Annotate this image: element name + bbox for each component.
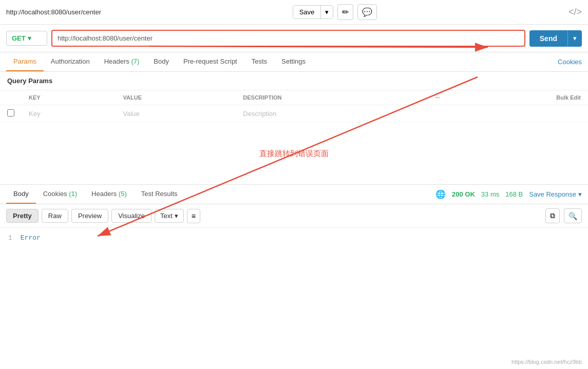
window-title: http://localhost:8080/user/center [6, 8, 101, 16]
resp-tab-body[interactable]: Body [6, 185, 36, 204]
format-type-chevron-icon: ▾ [175, 212, 178, 220]
bulk-edit-header[interactable]: Bulk Edit [447, 90, 588, 105]
save-response-label: Save Response [529, 190, 576, 198]
save-response-chevron-icon: ▾ [578, 190, 582, 198]
param-description-cell[interactable]: Description [236, 105, 428, 123]
fmt-btn-pretty[interactable]: Pretty [6, 209, 39, 223]
url-input[interactable] [51, 30, 525, 47]
line-number: 1 [8, 234, 12, 242]
method-chevron-icon: ▾ [28, 34, 31, 42]
params-table: KEY VALUE DESCRIPTION ··· Bulk Edit Key … [0, 90, 588, 123]
response-section: Body Cookies (1) Headers (5) Test Result… [0, 184, 588, 269]
resp-tab-test-results[interactable]: Test Results [134, 185, 185, 204]
send-button[interactable]: Send [529, 30, 567, 47]
tab-body[interactable]: Body [146, 52, 176, 71]
tab-params[interactable]: Params [6, 52, 44, 71]
top-bar: http://localhost:8080/user/center Save ▾… [0, 0, 588, 25]
method-dropdown[interactable]: GET ▾ [6, 31, 47, 46]
comment-icon-button[interactable]: 💬 [357, 4, 377, 20]
param-checkbox[interactable] [7, 109, 14, 116]
tab-settings[interactable]: Settings [274, 52, 313, 71]
param-more-cell [428, 105, 447, 123]
tab-authorization[interactable]: Authorization [44, 52, 97, 71]
param-key-cell[interactable]: Key [22, 105, 116, 123]
method-label: GET [12, 34, 26, 42]
status-code: 200 OK [452, 190, 475, 198]
param-row-empty: Key Value Description [0, 105, 588, 123]
watermark: https://blog.csdn.net/hcz9bb [511, 359, 582, 365]
save-response-button[interactable]: Save Response ▾ [529, 190, 582, 198]
save-button[interactable]: Save [293, 6, 321, 18]
status-size: 168 B [505, 190, 523, 198]
resp-tab-headers[interactable]: Headers (5) [84, 185, 134, 204]
edit-icon-button[interactable]: ✏ [337, 4, 353, 20]
checkbox-col-header [0, 90, 22, 105]
response-status: 🌐 200 OK 33 ms 168 B Save Response ▾ [435, 189, 582, 199]
close-tag-icon: </> [568, 7, 582, 17]
copy-icon-button[interactable]: ⧉ [545, 208, 560, 223]
send-dropdown-button[interactable]: ▾ [567, 30, 582, 47]
more-options-header: ··· [428, 90, 447, 105]
wrap-lines-icon-button[interactable]: ≡ [187, 209, 200, 223]
key-col-header: KEY [22, 90, 116, 105]
fmt-btn-visualize[interactable]: Visualize [111, 209, 151, 223]
status-time: 33 ms [481, 190, 499, 198]
middle-area: 直接跳转到错误页面 [0, 123, 588, 184]
send-group: Send ▾ [529, 30, 582, 47]
cookies-link[interactable]: Cookies [558, 53, 582, 71]
response-tabs-row: Body Cookies (1) Headers (5) Test Result… [0, 185, 588, 204]
resp-headers-badge: (5) [119, 190, 127, 198]
fmt-btn-raw[interactable]: Raw [42, 209, 68, 223]
param-value-cell[interactable]: Value [116, 105, 236, 123]
save-dropdown-button[interactable]: ▾ [321, 6, 333, 18]
headers-badge: (7) [131, 57, 139, 65]
search-icon-button[interactable]: 🔍 [564, 208, 582, 223]
description-col-header: DESCRIPTION [236, 90, 428, 105]
resp-tab-cookies[interactable]: Cookies (1) [36, 185, 84, 204]
code-area: 1Error [0, 228, 588, 269]
request-tabs-row: Params Authorization Headers (7) Body Pr… [0, 52, 588, 72]
top-bar-actions: Save ▾ ✏ 💬 [293, 4, 377, 20]
format-type-label: Text [160, 212, 173, 220]
query-params-header: Query Params [0, 72, 588, 90]
annotation-text: 直接跳转到错误页面 [259, 149, 329, 159]
tab-headers[interactable]: Headers (7) [97, 52, 147, 71]
format-bar: Pretty Raw Preview Visualize Text ▾ ≡ ⧉ … [0, 204, 588, 228]
param-checkbox-cell [0, 105, 22, 123]
url-bar: GET ▾ Send ▾ [0, 25, 588, 52]
param-bulk-cell [447, 105, 588, 123]
fmt-btn-preview[interactable]: Preview [71, 209, 108, 223]
globe-icon: 🌐 [435, 189, 446, 199]
value-col-header: VALUE [116, 90, 236, 105]
cookies-badge: (1) [69, 190, 77, 198]
format-type-select[interactable]: Text ▾ [155, 209, 184, 223]
tab-tests[interactable]: Tests [244, 52, 274, 71]
error-code-text: Error [21, 234, 41, 242]
tab-pre-request-script[interactable]: Pre-request Script [176, 52, 244, 71]
format-bar-right: ⧉ 🔍 [545, 208, 582, 223]
save-group: Save ▾ [293, 5, 334, 19]
